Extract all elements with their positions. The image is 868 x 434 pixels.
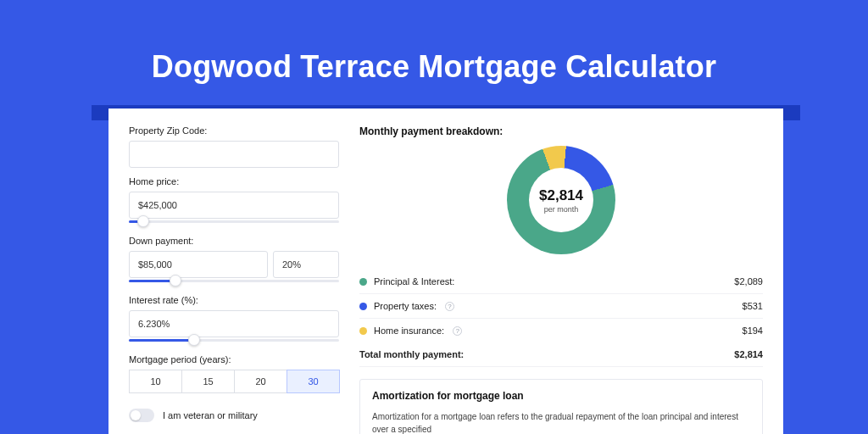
home-price-label: Home price:: [129, 176, 339, 186]
down-payment-input[interactable]: [129, 251, 268, 278]
legend-row: Property taxes:?$531: [359, 294, 763, 319]
donut-center: $2,814 per month: [529, 168, 593, 232]
veteran-row: I am veteran or military: [129, 409, 339, 422]
period-btn-20[interactable]: 20: [234, 370, 287, 393]
zip-field: Property Zip Code:: [129, 125, 339, 168]
legend-dot: [359, 278, 367, 286]
period-btn-30[interactable]: 30: [287, 370, 340, 393]
info-icon[interactable]: ?: [445, 302, 454, 311]
slider-thumb[interactable]: [137, 215, 149, 227]
period-btn-10[interactable]: 10: [129, 370, 182, 393]
amortization-title: Amortization for mortgage loan: [372, 390, 750, 402]
slider-thumb[interactable]: [188, 334, 200, 346]
home-price-field: Home price:: [129, 176, 339, 227]
legend-value: $531: [743, 301, 763, 311]
legend-label: Property taxes:: [374, 301, 437, 311]
interest-label: Interest rate (%):: [129, 295, 339, 305]
legend: Principal & Interest:$2,089Property taxe…: [359, 270, 763, 342]
zip-input[interactable]: [129, 141, 339, 168]
calculator-card: Property Zip Code: Home price: Down paym…: [108, 108, 783, 434]
period-field: Mortgage period (years): 10152030: [129, 354, 339, 393]
legend-row: Principal & Interest:$2,089: [359, 270, 763, 294]
legend-total-value: $2,814: [734, 349, 763, 359]
page-title: Dogwood Terrace Mortgage Calculator: [0, 0, 868, 85]
slider-fill: [129, 280, 175, 282]
veteran-toggle[interactable]: [129, 409, 154, 422]
legend-left: Home insurance:?: [359, 326, 462, 336]
legend-row: Home insurance:?$194: [359, 319, 763, 342]
breakdown-column: Monthly payment breakdown: $2,814 per mo…: [359, 125, 763, 434]
legend-dot: [359, 303, 367, 310]
period-btn-15[interactable]: 15: [181, 370, 235, 393]
legend-label: Principal & Interest:: [374, 276, 454, 287]
legend-total-label: Total monthly payment:: [359, 349, 464, 359]
slider-thumb[interactable]: [170, 275, 181, 287]
app-root: Dogwood Terrace Mortgage Calculator Prop…: [0, 0, 868, 434]
down-payment-pct-input[interactable]: [273, 251, 339, 278]
home-price-input[interactable]: [129, 192, 339, 219]
donut-chart: $2,814 per month: [507, 146, 615, 254]
legend-label: Home insurance:: [374, 326, 444, 336]
donut-amount: $2,814: [539, 187, 583, 204]
donut-wrap: $2,814 per month: [359, 146, 763, 254]
period-buttons: 10152030: [129, 370, 339, 393]
amortization-text: Amortization for a mortgage loan refers …: [372, 410, 750, 434]
inputs-column: Property Zip Code: Home price: Down paym…: [129, 125, 339, 434]
info-icon[interactable]: ?: [453, 326, 462, 336]
legend-left: Principal & Interest:: [359, 276, 454, 287]
zip-label: Property Zip Code:: [129, 125, 339, 136]
slider-track: [129, 220, 339, 223]
legend-left: Property taxes:?: [359, 301, 454, 311]
slider-fill: [129, 339, 194, 342]
legend-row-total: Total monthly payment: $2,814: [359, 342, 763, 367]
legend-value: $2,089: [734, 276, 763, 287]
veteran-label: I am veteran or military: [163, 410, 258, 420]
down-payment-field: Down payment:: [129, 236, 339, 287]
toggle-knob: [131, 410, 141, 420]
amortization-box: Amortization for mortgage loan Amortizat…: [359, 379, 763, 434]
legend-dot: [359, 327, 367, 335]
legend-value: $194: [743, 326, 763, 336]
interest-slider[interactable]: [129, 336, 339, 346]
donut-sub: per month: [544, 205, 579, 214]
period-label: Mortgage period (years):: [129, 354, 339, 364]
interest-field: Interest rate (%):: [129, 295, 339, 346]
home-price-slider[interactable]: [129, 217, 339, 227]
down-payment-row: [129, 251, 339, 278]
breakdown-title: Monthly payment breakdown:: [359, 125, 763, 137]
down-payment-label: Down payment:: [129, 236, 339, 246]
interest-input[interactable]: [129, 310, 339, 337]
down-payment-slider[interactable]: [129, 276, 339, 287]
